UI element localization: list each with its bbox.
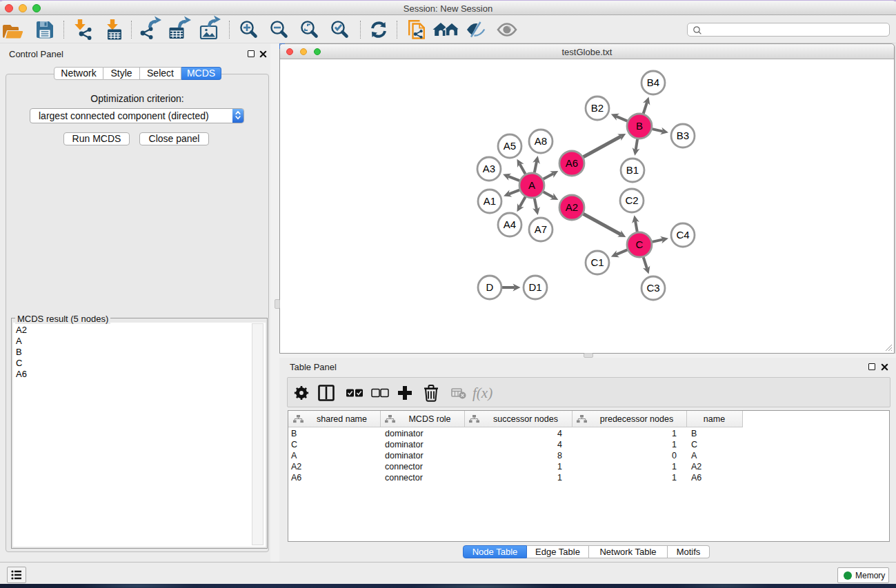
svg-text:A2: A2 bbox=[566, 201, 578, 213]
svg-text:B4: B4 bbox=[647, 77, 659, 88]
svg-text:D: D bbox=[486, 281, 494, 293]
svg-text:A: A bbox=[528, 179, 535, 191]
svg-text:C: C bbox=[636, 239, 644, 250]
svg-text:C3: C3 bbox=[646, 282, 659, 294]
svg-text:A1: A1 bbox=[484, 195, 496, 207]
svg-text:B1: B1 bbox=[626, 164, 639, 176]
svg-text:A5: A5 bbox=[504, 140, 516, 152]
svg-text:C4: C4 bbox=[676, 229, 689, 241]
svg-text:D1: D1 bbox=[528, 281, 541, 293]
svg-text:C1: C1 bbox=[590, 256, 604, 268]
svg-text:A7: A7 bbox=[535, 223, 547, 235]
svg-text:C2: C2 bbox=[625, 194, 638, 206]
svg-text:A8: A8 bbox=[535, 135, 547, 147]
svg-text:A3: A3 bbox=[483, 163, 495, 174]
svg-text:B2: B2 bbox=[591, 102, 604, 114]
svg-text:B: B bbox=[636, 120, 643, 132]
svg-text:B3: B3 bbox=[677, 130, 689, 141]
svg-text:f(x): f(x) bbox=[472, 385, 492, 401]
svg-text:A6: A6 bbox=[566, 157, 578, 169]
svg-text:A4: A4 bbox=[504, 219, 516, 230]
